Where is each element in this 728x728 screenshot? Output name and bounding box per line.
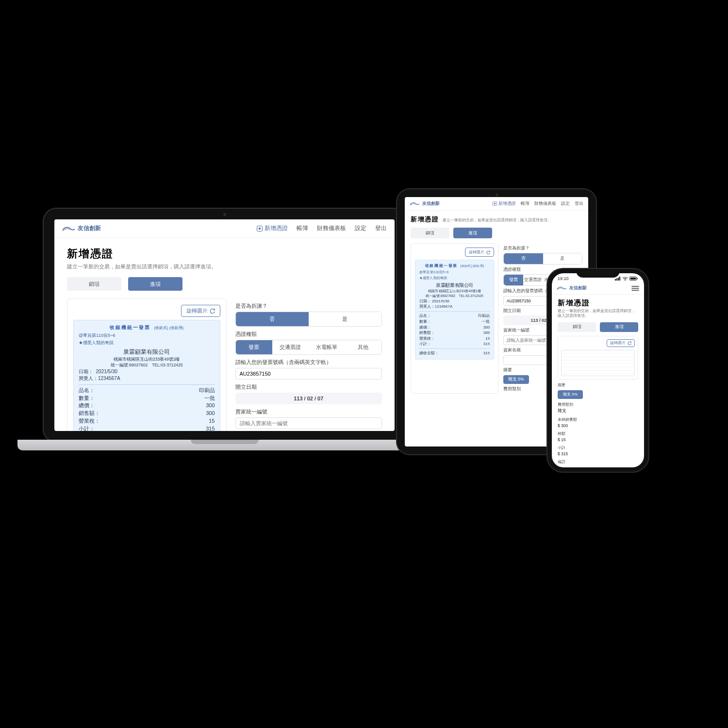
tab-input[interactable]: 進項 <box>453 228 492 238</box>
rotate-button[interactable]: 旋轉圖片 <box>607 339 635 347</box>
brand-logo[interactable]: 友信創新 <box>62 224 101 232</box>
tax-label: 稅額 <box>558 431 638 436</box>
tab-input[interactable]: 進項 <box>600 322 638 332</box>
tab-output[interactable]: 銷項 <box>67 277 121 291</box>
invoice-preview: 收銀機統一發票 (收款式) (收款用) @單頁第110頁5~6 ★感受人類的奇蹟… <box>73 320 220 431</box>
topbar: 友信創新 <box>552 282 644 295</box>
topbar: 友信創新 新增憑證 帳簿 財務儀表板 設定 登出 <box>405 197 588 211</box>
svg-rect-5 <box>619 277 620 281</box>
swoosh-icon <box>557 286 566 290</box>
svg-rect-4 <box>618 278 619 281</box>
receipt-panel: 旋轉圖片 <box>558 336 638 380</box>
page-subtitle: 建立一筆新的交易，如果是賣出請選擇銷項，購入請選擇進項。 <box>443 218 551 222</box>
wifi-icon <box>622 277 628 281</box>
page-title: 新增憑證 <box>67 247 382 261</box>
rotate-icon <box>628 341 631 345</box>
nav-ledger[interactable]: 帳簿 <box>521 200 529 207</box>
plus-box-icon <box>493 201 497 206</box>
allowance-label: 是否為折讓？ <box>503 246 582 251</box>
page-title: 新增憑證 <box>411 215 439 223</box>
svg-rect-8 <box>630 278 636 280</box>
svg-point-6 <box>625 280 626 281</box>
untaxed-value: $ 300 <box>558 423 638 428</box>
hamburger-icon[interactable] <box>631 285 639 291</box>
category-label: 費用類別 <box>558 402 638 407</box>
total-label: 小計 <box>558 445 638 450</box>
direction-tabs: 銷項 進項 <box>67 277 382 291</box>
type-utility[interactable]: 水電帳單 <box>309 340 345 354</box>
svg-rect-2 <box>615 279 616 281</box>
brand-logo[interactable]: 友信創新 <box>557 285 587 291</box>
rotate-button[interactable]: 旋轉圖片 <box>181 305 220 317</box>
rotate-icon <box>210 308 215 314</box>
svg-rect-9 <box>637 278 638 280</box>
laptop-base <box>17 440 432 450</box>
plus-box-icon <box>257 226 263 232</box>
summary-label: 摘要 <box>558 382 638 388</box>
nav-dashboard[interactable]: 財務儀表板 <box>317 224 346 232</box>
nav-dashboard[interactable]: 財務儀表板 <box>534 200 556 207</box>
allowance-segment: 否 是 <box>235 312 382 327</box>
brand-logo[interactable]: 友信創新 <box>410 200 440 207</box>
invoice-number-input[interactable] <box>235 368 382 380</box>
tab-output[interactable]: 銷項 <box>411 228 449 238</box>
page-subtitle: 建立一筆新的交易，如果是賣出請選擇銷項，購入請選擇進項。 <box>558 309 638 318</box>
receipt-panel: 旋轉圖片 收銀機統一發票 (收款式) (收款用) @單頁第110頁5~6 ★感受… <box>411 243 498 394</box>
swoosh-icon <box>410 201 419 206</box>
tab-input[interactable]: 進項 <box>128 277 182 291</box>
main-nav: 新增憑證 帳簿 財務儀表板 設定 登出 <box>257 224 387 232</box>
laptop-screen: 友信創新 新增憑證 帳簿 財務儀表板 設定 登出 新增憑證 建立一筆新的交易，如… <box>54 219 395 431</box>
rotate-icon <box>486 250 490 254</box>
allowance-segment: 否 是 <box>503 253 582 265</box>
topbar: 友信創新 新增憑證 帳簿 財務儀表板 設定 登出 <box>54 219 395 238</box>
phone-notch <box>576 269 620 278</box>
brand-name: 友信創新 <box>78 224 101 232</box>
nav-ledger[interactable]: 帳簿 <box>297 224 308 232</box>
total-value: $ 315 <box>558 451 638 456</box>
allowance-yes[interactable]: 是 <box>309 312 381 326</box>
nav-logout[interactable]: 登出 <box>375 224 387 232</box>
nav-add-voucher[interactable]: 新增憑證 <box>493 200 516 207</box>
status-time: 19:10 <box>558 276 569 281</box>
phone-frame: 19:10 友信創新 新增憑證 建立一筆新的交易，如果是賣出請選擇銷項，購入請選 <box>547 269 648 472</box>
issue-date-field[interactable]: 113 / 02 / 07 <box>235 393 382 404</box>
invoice-preview: 收銀機統一發票 (收款式) (收款用) @單頁第110頁5~6 ★感受人類的奇蹟… <box>415 260 494 360</box>
untaxed-label: 未稅銷售額 <box>558 417 638 422</box>
nav-settings[interactable]: 設定 <box>561 200 570 207</box>
nav-add-voucher[interactable]: 新增憑證 <box>257 224 288 232</box>
page-subtitle: 建立一筆新的交易，如果是賣出請選擇銷項，購入請選擇進項。 <box>67 263 382 270</box>
signal-icon <box>615 277 621 281</box>
tab-output[interactable]: 銷項 <box>558 322 596 332</box>
type-other[interactable]: 其他 <box>345 340 381 354</box>
voucher-form: 摘要 雜支 5% 費用類別 雜支 未稅銷售額 $ 300 稅額 $ 15 小計 … <box>558 382 638 467</box>
summary-chip[interactable]: 雜支 5% <box>503 375 529 384</box>
type-transport[interactable]: 交通票證 <box>272 340 309 354</box>
nav-settings[interactable]: 設定 <box>355 224 366 232</box>
voucher-form: 是否為折讓？ 否 是 憑證種類 發票 交通票證 水電帳單 其他 請輸入您的發票號… <box>235 298 382 431</box>
svg-rect-3 <box>616 279 617 281</box>
direction-tabs: 銷項 進項 <box>411 228 582 238</box>
voucher-type-segment: 發票 交通票證 水電帳單 其他 <box>235 340 382 355</box>
allowance-yes[interactable]: 是 <box>543 253 582 264</box>
swoosh-icon <box>62 226 75 232</box>
date-label: 開立日期 <box>235 383 382 391</box>
type-invoice[interactable]: 發票 <box>236 340 272 354</box>
seller-id-input[interactable] <box>235 417 382 429</box>
laptop-frame: 友信創新 新增憑證 帳簿 財務儀表板 設定 登出 新增憑證 建立一筆新的交易，如… <box>44 209 405 442</box>
allowance-no[interactable]: 否 <box>504 253 543 264</box>
note-label: 備註 <box>558 459 638 464</box>
type-transport[interactable]: 交通票證 <box>523 275 543 285</box>
allowance-no[interactable]: 否 <box>236 312 309 326</box>
invoice-thumbnail[interactable] <box>561 350 635 376</box>
number-label: 請輸入您的發票號碼（含兩碼英文字軌） <box>235 359 382 366</box>
type-invoice[interactable]: 發票 <box>504 275 523 285</box>
battery-icon <box>629 277 638 281</box>
rotate-button[interactable]: 旋轉圖片 <box>465 248 494 257</box>
nav-logout[interactable]: 登出 <box>575 200 583 207</box>
allowance-label: 是否為折讓？ <box>235 302 382 310</box>
receipt-panel: 旋轉圖片 收銀機統一發票 (收款式) (收款用) @單頁第110頁5~6 ★感受… <box>67 298 227 431</box>
category-value: 雜支 <box>558 408 638 414</box>
voucher-type-label: 憑證種類 <box>235 331 382 338</box>
phone-screen: 19:10 友信創新 新增憑證 建立一筆新的交易，如果是賣出請選擇銷項，購入請選 <box>552 273 644 467</box>
summary-chip[interactable]: 雜支 5% <box>558 390 583 399</box>
